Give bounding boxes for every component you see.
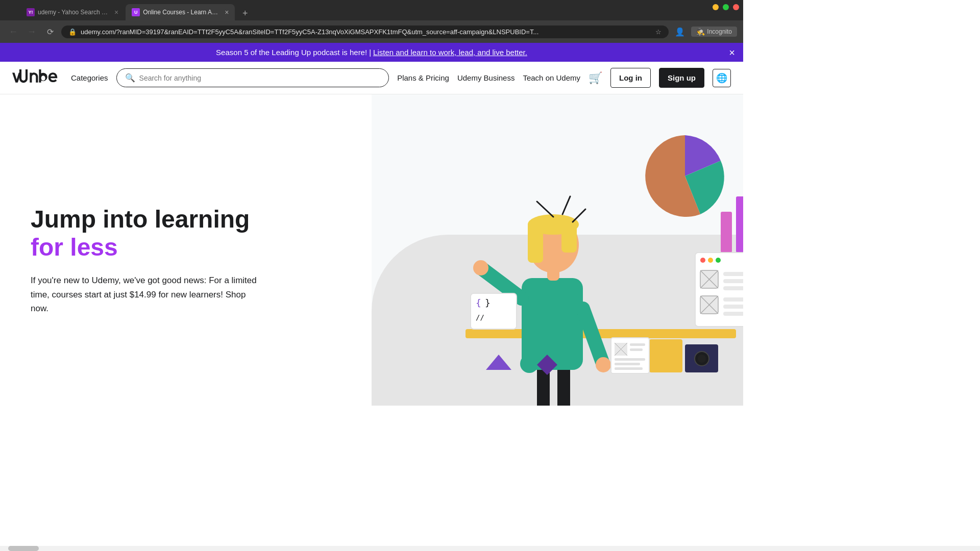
svg-rect-10 [528, 222, 543, 263]
svg-rect-11 [561, 222, 577, 253]
udemy-business-link[interactable]: Udemy Business [457, 73, 515, 82]
login-button[interactable]: Log in [610, 68, 651, 88]
svg-point-29 [708, 258, 713, 263]
minimize-button[interactable]: − [713, 4, 719, 10]
hero-heading: Jump into learning for less [31, 205, 341, 261]
address-text: udemy.com/?ranMID=39197&ranEAID=TTf2F5yy… [81, 28, 651, 36]
close-button[interactable] [733, 4, 739, 10]
svg-point-30 [716, 258, 721, 263]
banner-link[interactable]: Listen and learn to work, lead, and live… [373, 48, 527, 57]
address-bar[interactable]: 🔒 udemy.com/?ranMID=39197&ranEAID=TTf2F5… [61, 26, 669, 38]
svg-rect-61 [630, 343, 645, 346]
svg-rect-37 [723, 286, 743, 290]
svg-rect-43 [723, 305, 743, 309]
svg-point-28 [700, 258, 705, 263]
incognito-icon: 🕵 [696, 28, 705, 36]
tab-close-yahoo[interactable]: × [114, 8, 118, 16]
tab-close-udemy[interactable]: × [225, 8, 229, 16]
svg-point-56 [698, 355, 706, 363]
svg-line-66 [537, 202, 553, 217]
categories-link[interactable]: Categories [71, 73, 108, 82]
tab-bar: Y! udemy - Yahoo Search Results × U Onli… [0, 0, 743, 20]
svg-rect-35 [723, 272, 743, 276]
svg-rect-53 [652, 342, 680, 370]
svg-point-15 [596, 357, 611, 372]
hero-heading-accent: for less [31, 234, 118, 261]
svg-rect-63 [615, 358, 645, 361]
lock-icon: 🔒 [68, 28, 77, 36]
search-icon: 🔍 [125, 73, 135, 83]
svg-rect-36 [723, 279, 743, 283]
forward-button[interactable]: → [24, 24, 39, 39]
banner-close-button[interactable]: × [729, 46, 735, 58]
page-content: Season 5 of the Leading Up podcast is he… [0, 43, 743, 406]
teach-link[interactable]: Teach on Udemy [523, 73, 580, 82]
tab-title-yahoo: udemy - Yahoo Search Results [38, 9, 109, 16]
svg-point-50 [520, 355, 538, 373]
language-button[interactable]: 🌐 [713, 69, 731, 87]
svg-rect-65 [615, 367, 643, 370]
tab-favicon-udemy: U [132, 8, 140, 16]
svg-text:}: } [485, 297, 491, 308]
svg-rect-62 [630, 348, 643, 351]
search-bar[interactable]: 🔍 [116, 68, 389, 87]
svg-text://: // [476, 313, 484, 321]
banner-text: Season 5 of the Leading Up podcast is he… [216, 48, 367, 57]
hero-section: Jump into learning for less If you're ne… [0, 94, 743, 406]
plans-pricing-link[interactable]: Plans & Pricing [397, 73, 449, 82]
svg-line-68 [573, 209, 585, 222]
udemy-logo[interactable] [12, 69, 59, 87]
tab-yahoo-search[interactable]: Y! udemy - Yahoo Search Results × [20, 4, 125, 20]
cart-button[interactable]: 🛒 [589, 71, 602, 85]
maximize-button[interactable] [723, 4, 729, 10]
new-tab-button[interactable]: + [238, 6, 252, 20]
banner-separator: | [369, 48, 371, 57]
window-controls: − [713, 4, 739, 10]
svg-marker-49 [486, 355, 511, 370]
hero-left: Jump into learning for less If you're ne… [0, 94, 372, 406]
signup-button[interactable]: Sign up [659, 68, 704, 88]
browser-tabs-container: Y! udemy - Yahoo Search Results × U Onli… [20, 4, 252, 20]
tab-udemy[interactable]: U Online Courses - Learn Anythin... × [126, 4, 235, 20]
svg-text:{: { [476, 297, 481, 308]
address-actions: ☆ [655, 28, 662, 36]
browser-chrome: Y! udemy - Yahoo Search Results × U Onli… [0, 0, 743, 43]
udemy-logo-svg [12, 69, 59, 87]
svg-rect-64 [615, 363, 640, 365]
tab-favicon-yahoo: Y! [27, 8, 35, 16]
tab-title-udemy: Online Courses - Learn Anythin... [143, 9, 219, 16]
svg-rect-42 [723, 297, 743, 302]
hero-heading-line1: Jump into learning [31, 206, 250, 233]
hero-illustration: { } // [372, 94, 743, 406]
svg-point-13 [473, 260, 488, 276]
search-input[interactable] [139, 74, 381, 82]
svg-rect-44 [723, 312, 743, 316]
profile-button[interactable]: 👤 [673, 24, 687, 39]
incognito-badge: 🕵 Incognito [691, 27, 737, 37]
svg-rect-23 [736, 196, 743, 253]
hero-right: { } // [372, 94, 743, 406]
svg-line-14 [583, 309, 603, 365]
hero-subtext: If you're new to Udemy, we've got good n… [31, 273, 265, 315]
reload-button[interactable]: ⟳ [43, 24, 57, 39]
promo-banner: Season 5 of the Leading Up podcast is he… [0, 43, 743, 62]
bookmark-star-icon[interactable]: ☆ [655, 28, 662, 36]
svg-line-67 [562, 196, 570, 214]
navbar: Categories 🔍 Plans & Pricing Udemy Busin… [0, 62, 743, 94]
back-button[interactable]: ← [6, 24, 20, 39]
svg-rect-22 [721, 212, 732, 253]
browser-toolbar: ← → ⟳ 🔒 udemy.com/?ranMID=39197&ranEAID=… [0, 20, 743, 43]
incognito-label: Incognito [707, 28, 732, 35]
